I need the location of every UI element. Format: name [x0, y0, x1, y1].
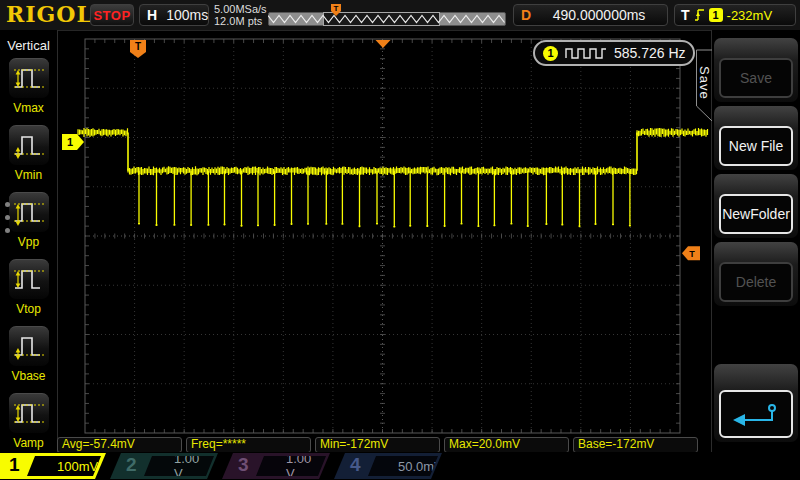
delete-button[interactable]: Delete: [719, 262, 793, 302]
measurement-max: Max=20.0mV: [444, 437, 569, 453]
delay-value: 490.000000ms: [531, 7, 667, 23]
measure-menu: Vertical Vmax Vmin Vpp Vtop Vbase Vamp: [0, 30, 57, 452]
vtop-icon: [9, 259, 49, 299]
counter-channel-badge: 1: [543, 46, 558, 61]
timebase-value: 100ms: [166, 7, 208, 23]
oscilloscope-screen: RIGOL STOP H 100ms 5.00MSa/s 12.0M pts T…: [0, 0, 800, 480]
channel-number: 4: [350, 454, 361, 476]
new-folder-button[interactable]: NewFolder: [719, 194, 793, 234]
waveform-position-strip: T: [268, 6, 506, 27]
page-indicator-dot: [5, 215, 10, 220]
menu-slot: New File: [714, 106, 798, 170]
channel-scale: 50.0mV: [392, 459, 449, 474]
save-button[interactable]: Save: [719, 58, 793, 98]
menu-item-vmin[interactable]: Vmin: [0, 125, 57, 182]
vbase-icon: [9, 326, 49, 366]
waveform-display: TT1: [0, 0, 800, 480]
square-wave-icon: [565, 46, 607, 60]
menu-item-vbase[interactable]: Vbase: [0, 326, 57, 383]
menu-slot: [714, 364, 798, 442]
menu-item-label: Vtop: [0, 302, 57, 316]
channel-status-bar: 1 100mV 2 1.00 V 3 1.00 V 4 50.0mV: [0, 452, 800, 480]
horizontal-label: H: [147, 7, 157, 23]
graticule: [85, 39, 680, 433]
status-bar: RIGOL STOP H 100ms 5.00MSa/s 12.0M pts T…: [0, 0, 800, 31]
rigol-logo: RIGOL: [6, 1, 93, 27]
menu-item-label: Vmin: [0, 168, 57, 182]
measurement-min: Min=-172mV: [315, 437, 440, 453]
vamp-icon: [9, 393, 49, 433]
page-indicator-dot: [5, 228, 10, 233]
back-button[interactable]: [719, 390, 793, 438]
measurement-base: Base=-172mV: [573, 437, 698, 453]
channel-1-status[interactable]: 1 100mV: [0, 453, 106, 479]
menu-item-vamp[interactable]: Vamp: [0, 393, 57, 450]
channel-number: 3: [238, 454, 249, 476]
trigger-label: T: [681, 7, 690, 23]
trigger-level-value: -232mV: [727, 8, 773, 23]
vmax-icon: [9, 58, 49, 98]
measurement-freq: Freq=*****: [186, 437, 311, 453]
page-indicator-dot: [5, 202, 10, 207]
channel-number: 2: [126, 454, 137, 476]
menu-tab-save: Save: [697, 57, 712, 109]
new-file-button[interactable]: New File: [719, 126, 793, 166]
menu-item-vpp[interactable]: Vpp: [0, 192, 57, 249]
menu-slot: Delete: [714, 242, 798, 306]
softkey-menu: Save New File NewFolder Delete: [712, 30, 800, 452]
sample-rate: 5.00MSa/s: [214, 3, 267, 15]
menu-item-label: Vpp: [0, 235, 57, 249]
delay-label: D: [521, 7, 531, 23]
trigger-status-box: T 1 -232mV: [674, 4, 796, 26]
menu-slot: NewFolder: [714, 174, 798, 238]
menu-item-vtop[interactable]: Vtop: [0, 259, 57, 316]
counter-value: 585.726 Hz: [614, 45, 686, 61]
run-state-label: STOP: [93, 8, 130, 23]
acquisition-info: 5.00MSa/s 12.0M pts: [214, 3, 267, 27]
svg-text:1: 1: [67, 136, 73, 148]
channel-scale: 100mV: [51, 459, 104, 474]
menu-item-label: Vamp: [0, 436, 57, 450]
trigger-source-badge: 1: [709, 8, 723, 22]
menu-item-vmax[interactable]: Vmax: [0, 58, 57, 115]
measurement-avg: Avg=-57.4mV: [57, 437, 182, 453]
rising-edge-icon: [694, 7, 705, 23]
menu-slot: Save: [714, 38, 798, 102]
channel-number: 1: [9, 454, 20, 476]
frequency-counter: 1 585.726 Hz: [533, 40, 695, 66]
svg-text:T: T: [689, 249, 695, 259]
channel-scale: 1.00 V: [168, 451, 214, 480]
ch1-waveform-trace: [78, 128, 708, 228]
menu-item-label: Vbase: [0, 369, 57, 383]
return-arrow-icon: [728, 401, 784, 427]
run-state-indicator: STOP: [90, 4, 134, 26]
channel-2-status[interactable]: 2 1.00 V: [110, 453, 218, 479]
channel-4-status[interactable]: 4 50.0mV: [334, 453, 442, 479]
memory-waveform-preview: [268, 12, 506, 26]
trigger-markers: TT1: [62, 40, 700, 260]
svg-text:T: T: [135, 41, 141, 52]
panel-separators: [58, 30, 730, 478]
horizontal-timebase-box: H 100ms: [139, 4, 209, 26]
delay-box: D 490.000000ms: [513, 4, 668, 26]
vmin-icon: [9, 125, 49, 165]
vpp-icon: [9, 192, 49, 232]
menu-item-label: Vmax: [0, 101, 57, 115]
measure-menu-title: Vertical: [0, 38, 57, 53]
channel-3-status[interactable]: 3 1.00 V: [222, 453, 330, 479]
channel-scale: 1.00 V: [280, 451, 326, 480]
memory-depth: 12.0M pts: [214, 15, 267, 27]
